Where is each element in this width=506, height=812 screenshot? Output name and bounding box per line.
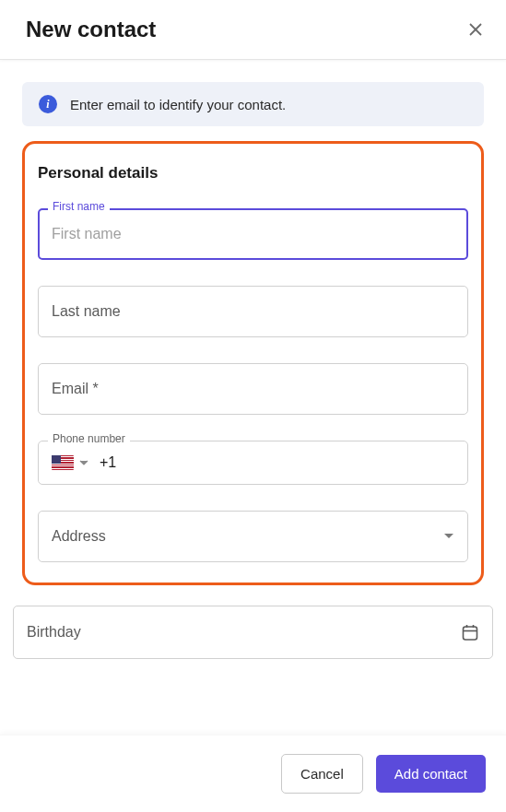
email-input[interactable]: Email * xyxy=(38,363,468,415)
info-banner-text: Enter email to identify your contact. xyxy=(70,97,286,112)
birthday-input[interactable]: Birthday xyxy=(13,606,493,659)
address-field-wrapper: Address xyxy=(38,511,468,562)
flag-us-icon xyxy=(52,455,74,470)
first-name-field-wrapper: First name xyxy=(38,208,468,260)
personal-details-section: Personal details First name Last name Em… xyxy=(22,141,484,585)
last-name-input[interactable]: Last name xyxy=(38,286,468,337)
info-icon: i xyxy=(39,95,57,113)
birthday-label: Birthday xyxy=(27,624,81,641)
first-name-input[interactable] xyxy=(38,208,468,260)
new-contact-modal: New contact i Enter email to identify yo… xyxy=(0,0,506,812)
phone-field-wrapper: Phone number xyxy=(38,441,468,485)
last-name-field-wrapper: Last name xyxy=(38,286,468,337)
svg-rect-2 xyxy=(464,627,477,640)
close-icon xyxy=(467,21,484,38)
chevron-down-icon xyxy=(79,460,88,465)
first-name-label: First name xyxy=(48,200,110,213)
last-name-label: Last name xyxy=(52,303,121,320)
email-label: Email * xyxy=(52,381,99,397)
modal-body: i Enter email to identify your contact. … xyxy=(0,60,506,735)
phone-label: Phone number xyxy=(48,432,130,445)
birthday-field-wrapper: Birthday xyxy=(0,606,506,659)
close-button[interactable] xyxy=(464,18,488,41)
add-contact-button[interactable]: Add contact xyxy=(376,755,486,793)
address-select[interactable]: Address xyxy=(38,511,468,562)
email-field-wrapper: Email * xyxy=(38,363,468,415)
modal-title: New contact xyxy=(26,17,156,42)
section-title: Personal details xyxy=(38,164,468,182)
phone-input[interactable] xyxy=(94,447,460,478)
chevron-down-icon xyxy=(443,533,454,540)
info-banner: i Enter email to identify your contact. xyxy=(22,82,484,126)
address-label: Address xyxy=(52,528,106,545)
modal-footer: Cancel Add contact xyxy=(0,735,506,812)
country-selector[interactable] xyxy=(46,450,94,476)
phone-field xyxy=(38,441,468,485)
calendar-icon xyxy=(461,623,479,641)
cancel-button[interactable]: Cancel xyxy=(281,754,363,794)
modal-header: New contact xyxy=(0,0,506,60)
